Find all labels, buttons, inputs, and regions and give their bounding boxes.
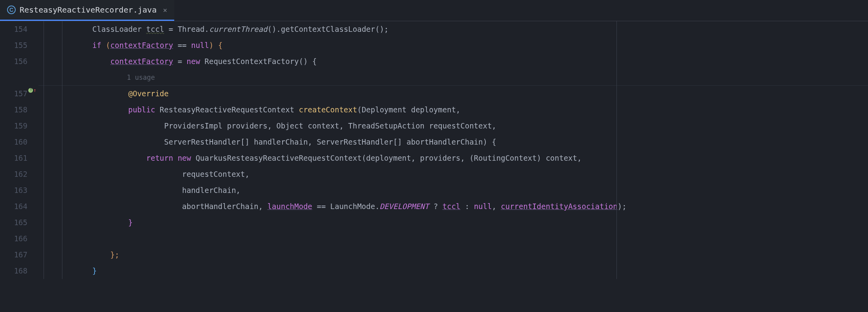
line-number[interactable]: 160 xyxy=(0,134,27,150)
line-number[interactable]: 162 xyxy=(0,166,27,182)
tab-active[interactable]: C ResteasyReactiveRecorder.java × xyxy=(0,0,174,21)
line-number[interactable]: 164 xyxy=(0,198,27,215)
code-line[interactable]: ClassLoader tccl = Thread.currentThread(… xyxy=(38,21,868,37)
line-number[interactable]: 166 xyxy=(0,231,27,247)
code-line[interactable]: }; xyxy=(38,247,868,263)
editor[interactable]: 1541551561571581591601611621631641651661… xyxy=(0,21,868,279)
line-number[interactable]: 167 xyxy=(0,247,27,263)
line-number[interactable]: 165 xyxy=(0,215,27,231)
line-number[interactable]: 168 xyxy=(0,263,27,279)
code-line[interactable]: public ResteasyReactiveRequestContext cr… xyxy=(38,102,868,118)
code-line[interactable]: } xyxy=(38,263,868,279)
code-line[interactable]: contextFactory = new RequestContextFacto… xyxy=(38,53,868,70)
code-line[interactable]: handlerChain, xyxy=(38,182,868,198)
line-number[interactable]: 161 xyxy=(0,150,27,166)
line-number[interactable]: 158 xyxy=(0,102,27,118)
line-number[interactable]: 156 xyxy=(0,53,27,70)
gutter-marker-override-up[interactable]: ↑ xyxy=(28,87,36,93)
code-line[interactable]: ServerRestHandler[] handlerChain, Server… xyxy=(38,134,868,150)
code-line[interactable]: if (contextFactory == null) { xyxy=(38,37,868,53)
usage-hint[interactable]: 1 usage xyxy=(38,70,868,86)
class-icon: C xyxy=(7,6,16,14)
tab-title: ResteasyReactiveRecorder.java xyxy=(20,5,157,15)
line-number[interactable]: 157 xyxy=(0,86,27,102)
tab-bar: C ResteasyReactiveRecorder.java × xyxy=(0,0,868,21)
code-line[interactable]: } xyxy=(38,215,868,231)
close-icon[interactable]: × xyxy=(163,6,167,14)
line-number[interactable]: 163 xyxy=(0,182,27,198)
code-line[interactable]: requestContext, xyxy=(38,166,868,182)
line-number[interactable]: 159 xyxy=(0,118,27,134)
code-line[interactable]: return new QuarkusResteasyReactiveReques… xyxy=(38,150,868,166)
code-area[interactable]: ClassLoader tccl = Thread.currentThread(… xyxy=(38,21,868,279)
code-line[interactable]: ProvidersImpl providers, Object context,… xyxy=(38,118,868,134)
code-line[interactable]: abortHandlerChain, launchMode == LaunchM… xyxy=(38,198,868,215)
code-line[interactable]: @Override xyxy=(38,86,868,102)
gutter: 1541551561571581591601611621631641651661… xyxy=(0,21,38,279)
line-number[interactable]: 155 xyxy=(0,37,27,53)
line-number-blank xyxy=(0,70,27,86)
code-line[interactable] xyxy=(38,231,868,247)
line-number[interactable]: 154 xyxy=(0,21,27,37)
